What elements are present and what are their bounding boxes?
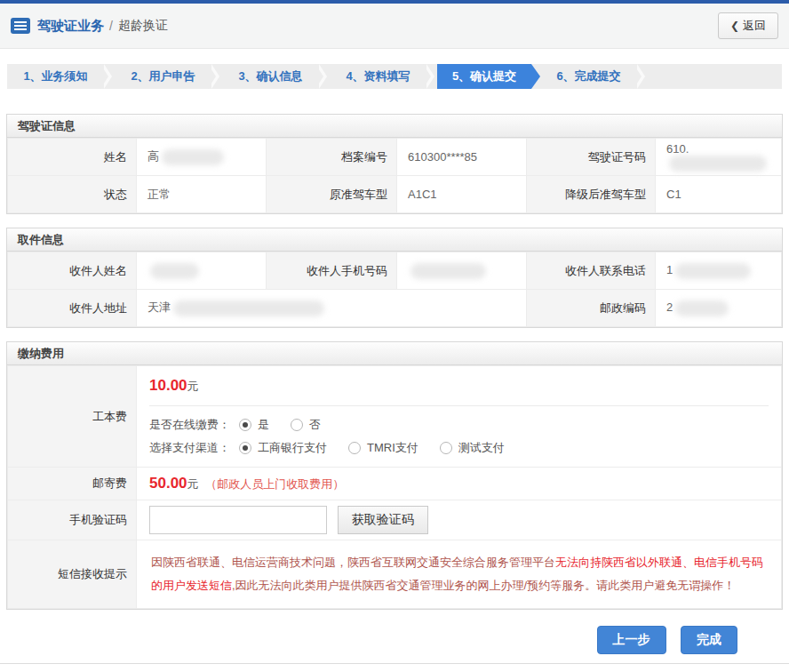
recipient-phone-value: 1	[656, 252, 782, 290]
radio-online-no[interactable]: 否	[291, 417, 321, 433]
step-separator-icon	[637, 64, 648, 89]
step-5-confirm-submit-active[interactable]: 5、确认提交	[437, 64, 531, 89]
original-class-value: A1C1	[397, 176, 527, 213]
file-number-value: 610300****85	[397, 139, 527, 176]
recipient-name-label: 收件人姓名	[8, 252, 137, 290]
recipient-mobile-label: 收件人手机号码	[267, 252, 397, 290]
redacted-value	[410, 263, 486, 279]
name-value: 高	[137, 139, 267, 176]
zip-code-label: 邮政编码	[527, 290, 656, 327]
radio-online-yes[interactable]: 是	[239, 417, 269, 433]
radio-channel-icbc[interactable]: 工商银行支付	[239, 440, 327, 456]
back-button-label: 返回	[743, 18, 766, 34]
table-row: 邮寄费 50.00元 （邮政人员上门收取费用）	[8, 468, 782, 500]
payment-table: 工本费 10.00元 是否在线缴费： 是 否	[7, 365, 782, 609]
radio-channel-test[interactable]: 测试支付	[440, 440, 505, 456]
payment-channel-question: 选择支付渠道：	[149, 440, 230, 456]
recipient-name-value	[137, 252, 267, 290]
sms-notice-part1: 因陕西省联通、电信运营商技术问题，陕西省互联网交通安全综合服务管理平台	[151, 556, 555, 569]
license-number-label: 驾驶证号码	[527, 139, 656, 176]
original-class-label: 原准驾车型	[267, 176, 397, 213]
step-1-business-notice[interactable]: 1、业务须知	[7, 64, 104, 89]
step-4-fill-material[interactable]: 4、资料填写	[330, 64, 426, 89]
postage-cell: 50.00元 （邮政人员上门收取费用）	[137, 468, 782, 500]
prev-step-button[interactable]: 上一步	[597, 626, 666, 654]
license-info-section: 驾驶证信息 姓名 高 档案编号 610300****85 驾驶证号码 610. …	[6, 114, 783, 214]
table-row: 姓名 高 档案编号 610300****85 驾驶证号码 610.	[8, 139, 782, 176]
table-row: 收件人姓名 收件人手机号码 收件人联系电话 1	[8, 252, 782, 290]
step-2-user-declaration[interactable]: 2、用户申告	[115, 64, 211, 89]
redacted-value	[675, 300, 729, 316]
finish-button[interactable]: 完成	[681, 626, 737, 654]
sms-notice-part2: ,因此无法向此类用户提供陕西省交通管理业务的网上办理/预约等服务。请此类用户避免…	[232, 579, 735, 592]
active-step-arrow-icon	[531, 64, 540, 89]
captcha-cell: 获取验证码	[137, 500, 782, 540]
footer-actions: 上一步 完成	[0, 626, 737, 654]
radio-label: 是	[258, 417, 269, 433]
list-icon	[11, 18, 30, 34]
sms-notice-label: 短信接收提示	[8, 540, 137, 609]
redacted-value	[173, 300, 324, 316]
radio-label: 测试支付	[458, 440, 505, 456]
payment-section: 缴纳费用 工本费 10.00元 是否在线缴费： 是 否	[6, 341, 783, 610]
postage-label: 邮寄费	[8, 468, 137, 500]
payment-channel-question-row: 选择支付渠道： 工商银行支付 TMRI支付 测试支付	[149, 440, 769, 456]
step-bar-filler	[648, 64, 782, 89]
radio-unselected-icon	[291, 419, 303, 431]
bottom-divider	[0, 663, 789, 664]
license-info-table: 姓名 高 档案编号 610300****85 驾驶证号码 610. 状态 正常 …	[7, 138, 782, 213]
downgraded-class-label: 降级后准驾车型	[527, 176, 656, 213]
fee-cell: 10.00元 是否在线缴费： 是 否 选择支付渠道：	[137, 366, 782, 468]
table-row: 工本费 10.00元 是否在线缴费： 是 否	[8, 366, 782, 468]
redacted-value	[669, 156, 767, 172]
online-payment-question-row: 是否在线缴费： 是 否	[149, 417, 769, 433]
radio-selected-icon	[239, 442, 251, 454]
step-progress-bar: 1、业务须知 2、用户申告 3、确认信息 4、资料填写 5、确认提交 6、完成提…	[7, 64, 782, 89]
step-6-complete-submit[interactable]: 6、完成提交	[540, 64, 637, 89]
radio-channel-tmri[interactable]: TMRI支付	[348, 440, 418, 456]
postage-note: （邮政人员上门收取费用）	[205, 477, 344, 491]
recipient-address-label: 收件人地址	[8, 290, 137, 327]
pickup-section-title: 取件信息	[7, 228, 782, 252]
postage-amount: 50.00	[149, 475, 187, 492]
radio-label: 工商银行支付	[258, 440, 327, 456]
breadcrumb-separator: /	[109, 19, 113, 33]
downgraded-class-value: C1	[656, 176, 782, 213]
recipient-phone-label: 收件人联系电话	[527, 252, 656, 290]
recipient-address-value: 天津	[137, 290, 527, 327]
name-label: 姓名	[8, 139, 137, 176]
table-row: 短信接收提示 因陕西省联通、电信运营商技术问题，陕西省互联网交通安全综合服务管理…	[8, 540, 782, 609]
license-number-value: 610.	[656, 139, 782, 176]
fee-amount-line: 10.00元	[149, 377, 769, 395]
pickup-info-table: 收件人姓名 收件人手机号码 收件人联系电话 1 收件人地址 天津 邮政编码 2	[7, 252, 782, 327]
license-section-title: 驾驶证信息	[7, 115, 782, 138]
online-payment-question: 是否在线缴费：	[149, 417, 230, 433]
page-title: 驾驶证业务	[37, 18, 104, 35]
sms-notice-text: 因陕西省联通、电信运营商技术问题，陕西省互联网交通安全综合服务管理平台无法向持陕…	[137, 540, 782, 609]
divider	[149, 405, 769, 406]
table-row: 状态 正常 原准驾车型 A1C1 降级后准驾车型 C1	[8, 176, 782, 213]
redacted-value	[150, 263, 199, 279]
step-3-confirm-info[interactable]: 3、确认信息	[222, 64, 319, 89]
file-number-label: 档案编号	[267, 139, 397, 176]
payment-section-title: 缴纳费用	[7, 342, 782, 365]
radio-label: 否	[309, 417, 321, 433]
step-separator-icon	[426, 64, 437, 89]
redacted-value	[675, 263, 751, 279]
table-row: 手机验证码 获取验证码	[8, 500, 782, 540]
table-row: 收件人地址 天津 邮政编码 2	[8, 290, 782, 327]
status-label: 状态	[8, 176, 137, 213]
radio-selected-icon	[239, 419, 251, 431]
breadcrumb-current: 超龄换证	[118, 18, 168, 34]
radio-label: TMRI支付	[367, 440, 418, 456]
postage-unit: 元	[187, 477, 199, 491]
get-code-button[interactable]: 获取验证码	[338, 506, 428, 534]
pickup-info-section: 取件信息 收件人姓名 收件人手机号码 收件人联系电话 1 收件人地址 天津 邮政…	[6, 228, 783, 328]
captcha-input[interactable]	[149, 506, 327, 534]
fee-amount: 10.00	[149, 377, 187, 394]
step-separator-icon	[211, 64, 222, 89]
back-button[interactable]: ❮ 返回	[718, 12, 778, 39]
chevron-left-icon: ❮	[730, 20, 739, 32]
zip-code-value: 2	[656, 290, 782, 327]
redacted-value	[162, 149, 224, 165]
